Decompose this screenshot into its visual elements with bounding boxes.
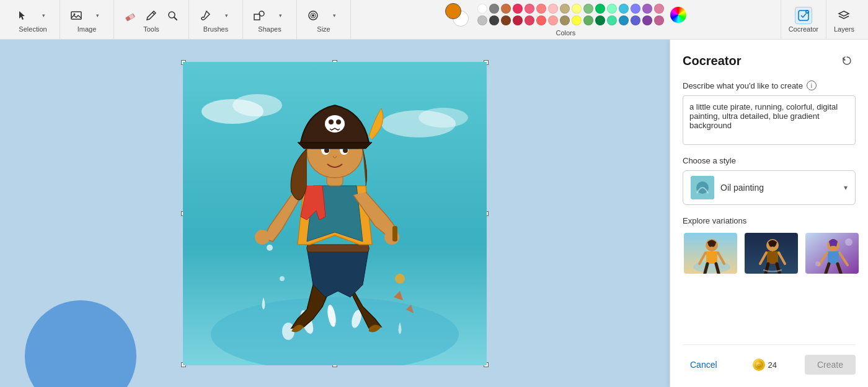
panel-footer: Cancel ☺ 24 Creat (683, 344, 856, 375)
color-darkgreen[interactable] (595, 15, 605, 25)
variation-2[interactable] (743, 232, 799, 275)
toolbar-group-brushes: ▾ Brushes (189, 0, 243, 39)
style-dropdown[interactable]: Oil painting ▾ (683, 170, 856, 205)
color-lightgreen[interactable] (583, 4, 593, 14)
history-button[interactable] (838, 52, 856, 69)
svg-point-53 (815, 261, 820, 266)
layers-icon[interactable] (835, 7, 852, 24)
brush-icon[interactable] (197, 7, 214, 24)
color-gray[interactable] (489, 4, 499, 14)
color-mint[interactable] (607, 4, 617, 14)
credits-badge: ☺ 24 (753, 359, 777, 371)
color-indigo[interactable] (631, 15, 640, 25)
size-chevron-icon[interactable]: ▾ (326, 7, 343, 24)
variations-label: Explore variations (683, 216, 856, 225)
color-darkgray[interactable] (489, 15, 499, 25)
style-thumbnail (691, 176, 714, 199)
color-rose[interactable] (654, 15, 664, 25)
size-icon[interactable] (304, 7, 322, 24)
credits-count: 24 (768, 360, 777, 370)
color-mauve[interactable] (654, 4, 664, 14)
color-khaki[interactable] (560, 15, 570, 25)
toolbar-group-selection: ▾ Selection (6, 0, 60, 39)
selection-label: Selection (19, 25, 46, 33)
describe-label: Describe what you'd like to create i (683, 80, 856, 90)
cocreator-label: Cocreator (789, 25, 818, 33)
create-button[interactable]: Create (805, 355, 856, 375)
color-green[interactable] (595, 4, 605, 14)
variations-grid (683, 232, 856, 275)
shapes-chevron-icon[interactable]: ▾ (272, 7, 289, 24)
cocreator-icon[interactable] (795, 7, 812, 24)
main-content: Cocreator Describe what you'd like to cr… (0, 40, 868, 387)
info-icon[interactable]: i (807, 80, 817, 90)
panel-header: Cocreator (683, 52, 856, 69)
color-ocean[interactable] (619, 15, 629, 25)
colors-label: Colors (556, 29, 575, 37)
color-darkpink[interactable] (525, 15, 534, 25)
primary-color-swatch[interactable] (445, 3, 461, 19)
color-brightyellow[interactable] (572, 15, 582, 25)
toolbar-group-image: ▾ Image (60, 0, 114, 39)
color-cyan[interactable] (619, 4, 629, 14)
shapes-icon[interactable] (250, 7, 268, 24)
color-purple[interactable] (642, 4, 652, 14)
color-tomato[interactable] (536, 15, 546, 25)
svg-rect-23 (307, 245, 369, 252)
color-darkred[interactable] (513, 15, 523, 25)
prompt-textarea[interactable]: a little cute pirate, running, colorful,… (683, 95, 856, 145)
pen-icon[interactable] (143, 7, 160, 24)
color-row-top (477, 4, 664, 14)
color-medgreen[interactable] (583, 15, 593, 25)
style-dropdown-chevron: ▾ (844, 183, 848, 192)
color-spectrum-icon[interactable] (670, 7, 686, 23)
size-label: Size (317, 25, 330, 33)
color-red[interactable] (513, 4, 523, 14)
svg-point-36 (336, 120, 341, 124)
svg-point-52 (845, 238, 852, 246)
color-brown[interactable] (501, 4, 511, 14)
cancel-button[interactable]: Cancel (683, 355, 725, 375)
canvas-wrapper (183, 62, 487, 365)
coin-icon: ☺ (753, 359, 765, 371)
color-peach[interactable] (548, 15, 558, 25)
svg-point-39 (280, 276, 285, 281)
svg-rect-48 (767, 251, 778, 264)
color-tan[interactable] (560, 4, 570, 14)
magnifier-icon[interactable] (164, 7, 181, 24)
color-darkpurple[interactable] (642, 15, 652, 25)
selection-chevron-icon[interactable]: ▾ (35, 7, 52, 24)
cursor-icon[interactable] (14, 7, 31, 24)
svg-line-5 (174, 17, 177, 20)
color-lightpink[interactable] (548, 4, 558, 14)
style-name: Oil painting (720, 183, 838, 193)
color-pink[interactable] (525, 4, 534, 14)
image-icon[interactable] (68, 7, 85, 24)
svg-rect-0 (71, 12, 81, 19)
brushes-label: Brushes (203, 25, 228, 33)
color-yellow[interactable] (572, 4, 582, 14)
svg-point-15 (232, 94, 282, 116)
color-salmon[interactable] (536, 4, 546, 14)
variation-1[interactable] (683, 232, 738, 275)
svg-point-38 (267, 245, 273, 251)
image-label: Image (78, 25, 97, 33)
pirate-canvas[interactable] (183, 62, 487, 365)
shapes-label: Shapes (258, 25, 281, 33)
brushes-chevron-icon[interactable]: ▾ (218, 7, 235, 24)
svg-text:☺: ☺ (756, 363, 761, 368)
svg-point-10 (312, 14, 314, 17)
eraser-icon[interactable] (122, 7, 139, 24)
color-darkbrown[interactable] (501, 15, 511, 25)
variation-3[interactable] (804, 232, 860, 275)
color-white[interactable] (477, 4, 487, 14)
tools-label: Tools (143, 25, 159, 33)
color-teal[interactable] (607, 15, 617, 25)
svg-point-17 (418, 108, 468, 128)
main-toolbar: ▾ Selection ▾ Image Tools (0, 0, 868, 40)
color-blue[interactable] (631, 4, 640, 14)
svg-point-37 (395, 274, 405, 284)
image-chevron-icon[interactable]: ▾ (89, 7, 106, 24)
color-silver[interactable] (477, 15, 487, 25)
svg-rect-51 (828, 251, 839, 264)
